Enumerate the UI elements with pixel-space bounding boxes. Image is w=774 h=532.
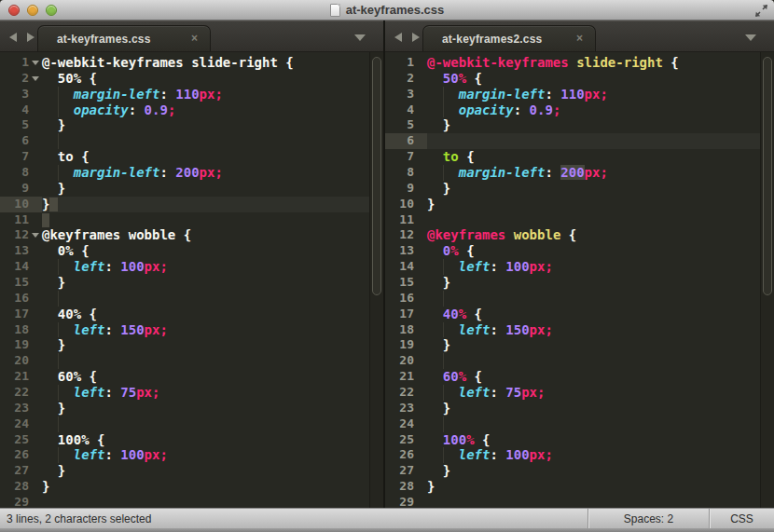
code-line[interactable]: 5 } [385,117,760,133]
gutter-cell: 9 [0,181,42,197]
fold-arrow-icon[interactable] [32,61,39,65]
code-line[interactable]: 19 } [0,337,369,353]
traffic-lights [8,5,57,16]
line-number: 6 [385,133,414,149]
right-code-area[interactable]: 1@-webkit-keyframes slide-right {2 50% {… [385,52,760,508]
line-number: 3 [0,87,29,102]
code-line[interactable]: 27 } [0,463,369,479]
prev-tab-icon[interactable] [9,33,17,42]
gutter-cell: 22 [0,385,42,401]
line-number: 20 [0,353,29,369]
code-line[interactable]: 2 50% { [385,71,760,87]
code-line[interactable]: 8 margin-left: 200px; [385,165,760,181]
gutter-cell: 28 [385,479,427,495]
tab-at-keyframes-css[interactable]: at-keyframes.css × [37,25,211,51]
code-line[interactable]: 16 [0,291,369,307]
code-line[interactable]: 7 to { [0,149,369,165]
code-line[interactable]: 18 left: 150px; [0,322,369,338]
code-line[interactable]: 14 left: 100px; [385,259,760,275]
code-line[interactable]: 8 margin-left: 200px; [0,165,369,181]
code-line[interactable]: 27 } [385,463,760,479]
code-line[interactable]: 22 left: 75px; [385,385,760,401]
left-editor[interactable]: 1@-webkit-keyframes slide-right {2 50% {… [0,52,383,508]
code-line[interactable]: 28} [385,479,760,495]
tab-close-icon[interactable]: × [576,32,583,45]
code-line[interactable]: 29 [385,495,760,508]
left-scrollbar[interactable] [369,52,383,508]
fold-arrow-icon[interactable] [32,233,39,238]
code-line[interactable]: 24 [385,416,760,432]
code-line[interactable]: 25 100% { [0,432,369,448]
code-line[interactable]: 19 } [385,337,760,353]
left-scrollbar-thumb[interactable] [372,57,381,295]
code-line[interactable]: 23 } [0,401,369,416]
code-line[interactable]: 6 [385,133,760,149]
code-line[interactable]: 10} [0,197,369,212]
close-window-icon[interactable] [8,5,20,16]
selected-newline-block [42,213,49,227]
code-line[interactable]: 17 40% { [385,307,760,322]
code-line[interactable]: 3 margin-left: 110px; [0,87,369,102]
title-bar[interactable]: at-keyframes.css [0,0,774,20]
code-line[interactable]: 17 40% { [0,307,369,322]
code-line[interactable]: 13 0% { [0,243,369,259]
line-number: 4 [385,102,414,118]
prev-tab-icon[interactable] [394,33,402,42]
gutter-cell: 17 [385,307,427,322]
code-line[interactable]: 14 left: 100px; [0,259,369,275]
minimize-window-icon[interactable] [27,5,38,16]
code-line[interactable]: 20 [385,353,760,369]
code-line[interactable]: 24 [0,416,369,432]
code-line[interactable]: 7 to { [385,149,760,165]
code-line[interactable]: 16 [385,291,760,307]
syntax-setting-button[interactable]: CSS [709,509,774,528]
code-line[interactable]: 13 0% { [385,243,760,259]
code-line[interactable]: 4 opacity: 0.9; [0,102,369,118]
code-line[interactable]: 9 } [385,181,760,197]
tab-overflow-icon[interactable] [745,34,756,41]
code-line[interactable]: 15 } [385,275,760,291]
right-scrollbar[interactable] [760,52,774,508]
code-line[interactable]: 3 margin-left: 110px; [385,87,760,102]
tab-overflow-icon[interactable] [354,34,366,41]
code-line[interactable]: 1@-webkit-keyframes slide-right { [0,55,369,71]
code-line[interactable]: 22 left: 75px; [0,385,369,401]
code-line[interactable]: 21 60% { [385,369,760,385]
code-line[interactable]: 29 [0,495,369,508]
code-line[interactable]: 11 [385,212,760,228]
code-line[interactable]: 4 opacity: 0.9; [385,102,760,118]
code-line[interactable]: 6 [0,133,369,149]
code-line[interactable]: 18 left: 150px; [385,322,760,338]
code-line[interactable]: 26 left: 100px; [0,447,369,463]
code-line[interactable]: 25 100% { [385,432,760,448]
line-number: 2 [385,71,414,87]
code-line[interactable]: 23 } [385,401,760,416]
code-line[interactable]: 26 left: 100px; [385,447,760,463]
code-line[interactable]: 11 [0,212,369,228]
fold-arrow-icon[interactable] [32,76,39,81]
next-tab-icon[interactable] [27,33,35,42]
fullscreen-icon[interactable] [754,4,768,18]
right-scrollbar-thumb[interactable] [763,57,772,295]
right-editor[interactable]: 1@-webkit-keyframes slide-right {2 50% {… [385,52,774,508]
zoom-window-icon[interactable] [46,5,57,16]
tab-close-icon[interactable]: × [191,32,198,45]
code-line[interactable]: 20 [0,353,369,369]
code-line[interactable]: 15 } [0,275,369,291]
indent-setting-button[interactable]: Spaces: 2 [587,509,709,528]
next-tab-icon[interactable] [412,33,420,42]
line-number: 15 [0,275,29,291]
gutter-cell: 4 [385,102,427,118]
gutter-cell: 24 [0,416,42,432]
code-line[interactable]: 12@keyframes wobble { [0,227,369,243]
code-line[interactable]: 5 } [0,117,369,133]
code-line[interactable]: 1@-webkit-keyframes slide-right { [385,55,760,71]
code-line[interactable]: 10} [385,197,760,212]
code-line[interactable]: 9 } [0,181,369,197]
code-line[interactable]: 12@keyframes wobble { [385,227,760,243]
tab-at-keyframes2-css[interactable]: at-keyframes2.css × [422,25,596,51]
code-line[interactable]: 21 60% { [0,369,369,385]
code-line[interactable]: 28} [0,479,369,495]
left-code-area[interactable]: 1@-webkit-keyframes slide-right {2 50% {… [0,52,369,508]
code-line[interactable]: 2 50% { [0,71,369,87]
